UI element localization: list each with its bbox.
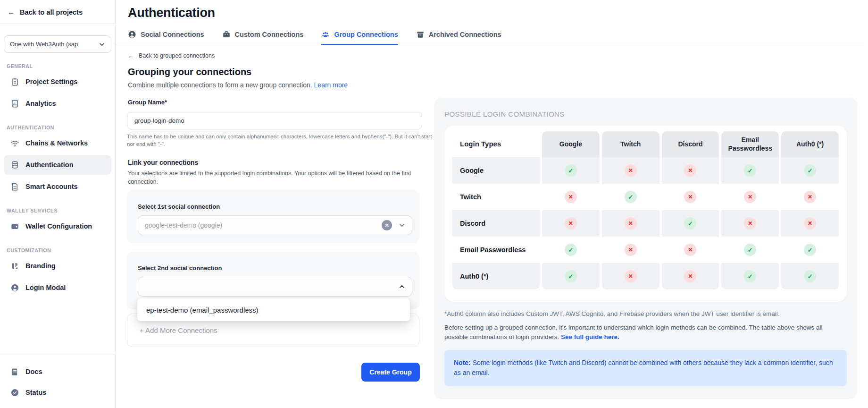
wallet-icon	[10, 222, 19, 231]
tab-label: Group Connections	[334, 31, 398, 38]
full-guide-link[interactable]: See full guide here.	[561, 333, 619, 340]
combination-mark: ✕	[565, 217, 577, 230]
table-row: Discord ✕ ✕ ✓ ✕ ✕	[452, 210, 839, 237]
note-label: Note:	[454, 359, 471, 366]
add-more-label: + Add More Connections	[140, 326, 217, 334]
tab-social-connections[interactable]: Social Connections	[128, 25, 204, 45]
table-row: Google ✓ ✕ ✕ ✓ ✓	[452, 157, 839, 184]
sidebar-section-authentication: AUTHENTICATION	[0, 125, 115, 130]
tab-group-connections[interactable]: Group Connections	[321, 25, 398, 45]
auth0-footnote: *Auth0 column also includes Custom JWT, …	[444, 310, 847, 317]
table-row: Email Passwordless ✓ ✕ ✕ ✓ ✓	[452, 237, 839, 263]
dropdown-option-ep-test-demo[interactable]: ep-test-demo (email_passwordless)	[137, 298, 410, 321]
clipboard-icon	[10, 77, 19, 86]
chevron-up-icon[interactable]	[399, 283, 405, 290]
branding-palette-icon	[10, 262, 19, 271]
group-name-helper-text: This name has to be unique and can only …	[127, 133, 433, 148]
tab-bar: Social Connections Custom Connections Gr…	[116, 25, 864, 45]
sidebar-item-label: Chains & Networks	[25, 139, 88, 147]
sidebar-item-status[interactable]: Status	[4, 382, 111, 402]
analytics-chart-icon	[10, 99, 19, 108]
user-circle-icon	[10, 283, 19, 292]
sidebar-item-analytics[interactable]: Analytics	[4, 94, 111, 113]
panel-title: POSSIBLE LOGIN COMBINATIONS	[444, 110, 847, 118]
row-label: Twitch	[452, 184, 540, 210]
back-to-projects-link[interactable]: ← Back to all projects	[0, 0, 115, 24]
section-heading: Grouping your connections	[128, 67, 251, 77]
select-1st-connection-dropdown[interactable]: google-test-demo (google) ✕	[138, 215, 412, 235]
sidebar-item-authentication[interactable]: Authentication	[4, 155, 111, 175]
combination-mark: ✓	[804, 270, 816, 282]
sidebar-item-docs[interactable]: Docs	[4, 362, 111, 382]
combination-mark: ✓	[565, 244, 577, 256]
sidebar-item-label: Smart Accounts	[25, 183, 78, 190]
column-header-auth0: Auth0 (*)	[781, 131, 839, 157]
back-to-grouped-connections-link[interactable]: ← Back to grouped connections	[128, 52, 215, 60]
table-row: Twitch ✕ ✓ ✕ ✕ ✕	[452, 184, 839, 210]
clear-selection-icon[interactable]: ✕	[382, 220, 392, 230]
combination-mark: ✓	[804, 244, 816, 256]
select-1st-connection-value: google-test-demo (google)	[145, 221, 382, 229]
status-check-circle-icon	[10, 388, 19, 397]
combination-mark: ✕	[684, 164, 696, 177]
back-to-projects-label: Back to all projects	[20, 8, 83, 16]
people-group-icon	[321, 30, 330, 39]
combination-mark: ✕	[625, 164, 637, 177]
combination-mark: ✓	[744, 164, 756, 177]
learn-more-link[interactable]: Learn more	[314, 81, 348, 89]
tab-custom-connections[interactable]: Custom Connections	[222, 25, 304, 45]
sidebar-item-label: Docs	[25, 368, 42, 375]
subtitle-text: Combine multiple connections to form a n…	[128, 81, 312, 89]
login-combinations-panel: POSSIBLE LOGIN COMBINATIONS Login Types …	[434, 98, 857, 399]
group-name-label: Group Name*	[128, 99, 167, 106]
combination-mark: ✓	[565, 270, 577, 282]
select-1st-connection-label: Select 1st social connection	[138, 203, 220, 210]
combination-mark: ✕	[684, 270, 696, 282]
column-header-email-passwordless: Email Passwordless	[721, 131, 779, 157]
create-group-button[interactable]: Create Group	[361, 363, 420, 382]
project-selector-value: One with Web3Auth (sap	[10, 41, 78, 48]
sidebar-item-branding[interactable]: Branding	[4, 256, 111, 276]
sidebar-section-wallet-services: WALLET SERVICES	[0, 208, 115, 213]
table-row: Auth0 (*) ✓ ✕ ✕ ✓ ✓	[452, 263, 839, 289]
note-callout: Note: Some login methods (like Twitch an…	[444, 350, 847, 386]
combination-mark: ✓	[625, 191, 637, 203]
sidebar-item-label: Login Modal	[25, 284, 66, 291]
sidebar-item-smart-accounts[interactable]: Smart Accounts	[4, 177, 111, 196]
combination-mark: ✕	[625, 270, 637, 282]
group-name-input[interactable]	[127, 112, 422, 129]
docs-icon	[10, 367, 19, 376]
tab-archived-connections[interactable]: Archived Connections	[416, 25, 501, 45]
sidebar-item-label: Status	[25, 389, 46, 396]
select-2nd-connection-dropdown[interactable]	[138, 277, 412, 297]
sidebar-item-label: Project Settings	[25, 78, 77, 85]
combination-mark: ✓	[804, 164, 816, 177]
chevron-down-icon[interactable]	[399, 222, 405, 229]
sidebar-item-label: Authentication	[25, 161, 74, 169]
sidebar-item-project-settings[interactable]: Project Settings	[4, 72, 111, 92]
note-text: Some login methods (like Twitch and Disc…	[454, 359, 833, 377]
tab-label: Archived Connections	[429, 31, 501, 38]
link-connections-description: Your selections are limited to the suppo…	[128, 169, 426, 186]
sidebar-item-chains-networks[interactable]: Chains & Networks	[4, 133, 111, 153]
combination-mark: ✕	[804, 217, 816, 230]
project-selector[interactable]: One with Web3Auth (sap	[4, 35, 111, 53]
combination-mark: ✓	[565, 164, 577, 177]
section-subtitle: Combine multiple connections to form a n…	[128, 81, 348, 89]
person-circle-icon	[128, 30, 136, 39]
first-connection-card: Select 1st social connection google-test…	[127, 190, 419, 243]
sidebar-item-login-modal[interactable]: Login Modal	[4, 278, 111, 298]
combination-mark: ✕	[625, 244, 637, 256]
select-2nd-connection-label: Select 2nd social connection	[138, 264, 222, 272]
sidebar-item-wallet-configuration[interactable]: Wallet Configuration	[4, 216, 111, 236]
document-icon	[10, 182, 19, 191]
combination-mark: ✓	[744, 270, 756, 282]
sidebar-item-label: Analytics	[25, 100, 56, 107]
column-header-google: Google	[542, 131, 600, 157]
combinations-table-card: Login Types Google Twitch Discord Email …	[444, 126, 847, 302]
page-title: Authentication	[128, 6, 215, 20]
combination-mark: ✓	[744, 244, 756, 256]
link-connections-title: Link your connections	[128, 159, 198, 166]
combination-mark: ✕	[744, 217, 756, 230]
toolbox-icon	[222, 30, 231, 39]
